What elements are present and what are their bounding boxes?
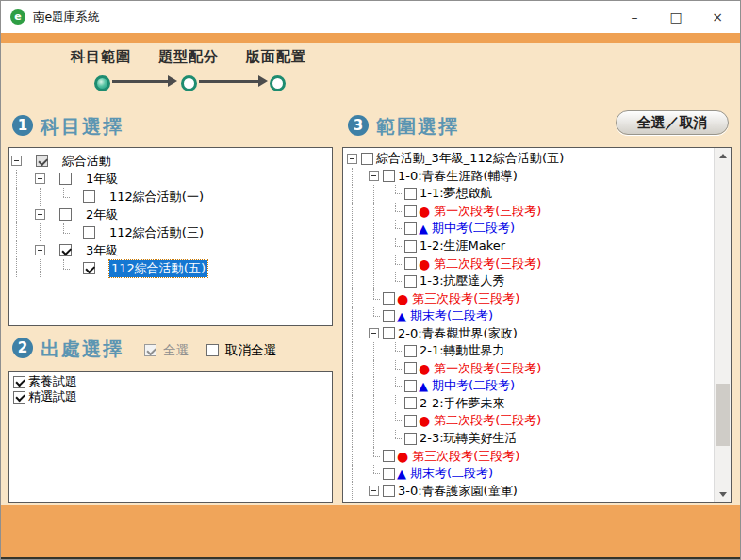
tree-expander-minus-icon[interactable] — [11, 152, 24, 170]
tree-item-label: 112綜合活動(五) — [109, 260, 207, 277]
tree-row[interactable]: ●第三次段考(三段考) — [347, 289, 715, 307]
tree-checkbox[interactable] — [404, 345, 417, 357]
tree-rail — [347, 447, 369, 465]
tree-row[interactable]: ●第一次段考(三段考) — [347, 360, 715, 378]
tree-row[interactable]: 3-0:青春護家園(童軍) — [347, 482, 715, 500]
tree-checkbox[interactable] — [36, 155, 48, 167]
deselect-all-checkbox[interactable] — [206, 344, 219, 356]
tree-checkbox[interactable] — [383, 450, 395, 462]
tree-checkbox[interactable] — [404, 188, 417, 200]
tree-expander-minus-icon[interactable] — [35, 206, 47, 223]
tree-checkbox[interactable] — [404, 222, 417, 235]
tree-row[interactable]: 2-0:青春觀世界(家政) — [347, 324, 715, 342]
tree-expander-minus-icon[interactable] — [35, 241, 47, 259]
circle-marker-icon: ● — [419, 362, 430, 375]
tree-checkbox[interactable] — [59, 208, 72, 221]
tree-checkbox[interactable] — [404, 380, 417, 392]
tree-connector — [390, 238, 403, 255]
select-all-checkbox[interactable] — [144, 344, 156, 356]
tree-checkbox[interactable] — [59, 173, 72, 185]
tree-row[interactable]: 112綜合活動(一) — [11, 188, 332, 206]
tree-checkbox[interactable] — [83, 226, 95, 239]
tree-row[interactable]: 2-1:轉動世界力 — [347, 342, 715, 360]
select-all-toggle-button[interactable]: 全選／取消 — [616, 110, 729, 135]
minimize-button[interactable]: – — [614, 1, 655, 33]
source-list-item[interactable]: 精選試題 — [13, 389, 332, 404]
tree-checkbox[interactable] — [404, 275, 417, 288]
tree-row[interactable]: ●第三次段考(三段考) — [347, 447, 715, 465]
tree-checkbox[interactable] — [404, 415, 417, 427]
maximize-button[interactable]: □ — [655, 1, 697, 33]
source-item-checkbox[interactable] — [13, 376, 25, 388]
tree-checkbox[interactable] — [404, 397, 417, 409]
tree-rail — [347, 377, 369, 395]
tree-checkbox[interactable] — [83, 190, 95, 203]
tree-checkbox[interactable] — [404, 205, 417, 217]
tree-checkbox[interactable] — [404, 433, 417, 445]
tree-expander-minus-icon[interactable] — [369, 324, 381, 342]
tree-connector — [390, 272, 403, 290]
source-item-checkbox[interactable] — [13, 391, 25, 404]
tree-row[interactable]: 1-2:生涯Maker — [347, 238, 715, 255]
circle-marker-icon: ● — [419, 414, 430, 427]
close-button[interactable]: × — [697, 1, 738, 33]
tree-rail — [11, 188, 35, 206]
tree-row[interactable]: ▲期中考(二段考) — [347, 220, 715, 238]
tree-connector — [369, 465, 381, 483]
tree-row[interactable]: 2年級 — [11, 206, 332, 223]
tree-item-label: 1-2:生涯Maker — [420, 238, 505, 255]
tree-connector — [390, 342, 403, 360]
tree-checkbox[interactable] — [383, 310, 395, 322]
circle-marker-icon: ● — [419, 257, 430, 271]
tree-connector — [390, 203, 403, 221]
tree-row[interactable]: ●第一次段考(三段考) — [347, 203, 715, 221]
scrollbar-thumb[interactable] — [716, 384, 730, 446]
tree-checkbox[interactable] — [383, 170, 395, 182]
tree-row[interactable]: 112綜合活動(五) — [11, 259, 332, 277]
tree-row[interactable]: 2-2:手作夢未來 — [347, 395, 715, 413]
tree-connector — [390, 360, 403, 378]
tree-row[interactable]: ▲期中考(二段考) — [347, 377, 715, 395]
tree-checkbox[interactable] — [383, 485, 395, 497]
tree-checkbox[interactable] — [404, 240, 417, 253]
tree-row[interactable]: ▲期末考(二段考) — [347, 307, 715, 325]
tree-row[interactable]: 綜合活動_3年級_112綜合活動(五) — [347, 150, 715, 168]
tree-connector — [369, 307, 381, 325]
tree-rail — [347, 395, 369, 413]
tree-row[interactable]: 綜合活動 — [11, 152, 332, 170]
panel2-number-badge: 2 — [12, 338, 33, 358]
tree-item-label: 第一次段考(三段考) — [434, 203, 541, 220]
tree-checkbox[interactable] — [404, 257, 417, 270]
tree-row[interactable]: ▲期末考(二段考) — [347, 465, 715, 483]
step-circle-icon — [181, 75, 197, 91]
tree-row[interactable]: 1-3:抗壓達人秀 — [347, 272, 715, 290]
tree-checkbox[interactable] — [404, 362, 417, 374]
tree-expander-minus-icon[interactable] — [369, 482, 381, 500]
scrollbar[interactable] — [714, 148, 731, 502]
source-list-item[interactable]: 素養試題 — [13, 374, 332, 389]
tree-checkbox[interactable] — [59, 244, 72, 256]
tree-expander-minus-icon[interactable] — [369, 168, 381, 186]
tree-rail — [35, 223, 58, 241]
tree-row[interactable]: 1年級 — [11, 170, 332, 188]
scroll-down-button[interactable] — [715, 486, 731, 502]
tree-row[interactable]: 1-0:青春生涯路(輔導) — [347, 168, 715, 186]
tree-expander-minus-icon[interactable] — [347, 150, 359, 168]
tree-checkbox[interactable] — [383, 292, 395, 305]
tree-connector — [58, 259, 71, 277]
tree-row[interactable]: ●第二次段考(三段考) — [347, 412, 715, 430]
tree-rail — [369, 203, 390, 221]
scroll-up-button[interactable] — [715, 148, 731, 164]
tree-row[interactable]: 1-1:夢想啟航 — [347, 185, 715, 203]
tree-checkbox[interactable] — [383, 468, 395, 480]
tree-row[interactable]: ●第二次段考(三段考) — [347, 255, 715, 272]
tree-expander-minus-icon[interactable] — [35, 170, 47, 188]
step-arrow-icon — [112, 80, 169, 83]
tree-row[interactable]: 112綜合活動(三) — [11, 223, 332, 241]
tree-checkbox[interactable] — [83, 262, 95, 274]
tree-row[interactable]: 2-3:玩轉美好生活 — [347, 430, 715, 448]
tree-row[interactable]: 3年級 — [11, 241, 332, 259]
tree-checkbox[interactable] — [361, 153, 373, 165]
tree-checkbox[interactable] — [383, 327, 395, 339]
app-window: e 南e題庫系統 – □ × 科目範圍 題型配分 版面配置 1 科目選擇 綜合活… — [0, 0, 741, 560]
